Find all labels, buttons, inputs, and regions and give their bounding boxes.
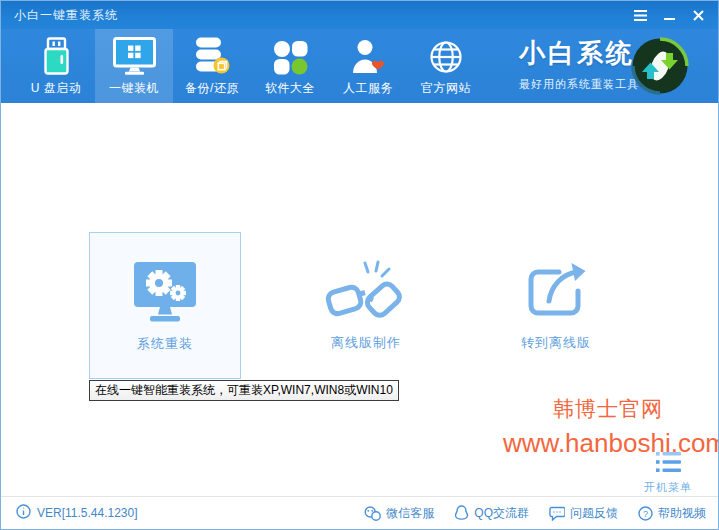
- feature-label: 系统重装: [137, 335, 193, 353]
- usb-drive-icon: [41, 35, 72, 75]
- svg-text:?: ?: [643, 508, 648, 518]
- titlebar: 小白一键重装系统: [1, 1, 718, 29]
- info-icon: [16, 504, 31, 522]
- goto-offline-icon: [523, 258, 589, 324]
- help-video-link[interactable]: ? 帮助视频: [638, 505, 706, 522]
- main-area: 系统重装 离线版制作: [1, 103, 718, 498]
- statusbar: VER[11.5.44.1230] 微信客服 QQ交流群: [1, 496, 718, 529]
- brand-logo-icon: [631, 37, 689, 95]
- qq-group-link[interactable]: QQ交流群: [454, 505, 529, 522]
- feature-label: 转到离线版: [521, 334, 591, 352]
- nav-label: 官方网站: [421, 80, 471, 97]
- nav-label: 备份/还原: [185, 80, 239, 97]
- status-link-label: QQ交流群: [474, 505, 529, 522]
- status-links: 微信客服 QQ交流群 问题反馈 ?: [364, 505, 718, 522]
- one-click-install-icon: [113, 35, 156, 75]
- status-link-label: 微信客服: [386, 505, 434, 522]
- boot-menu-list-icon: [656, 459, 681, 476]
- nav-item-official-website[interactable]: 官方网站: [407, 29, 485, 103]
- help-video-icon: ?: [638, 506, 653, 521]
- nav-item-software-collection[interactable]: 软件大全: [251, 29, 329, 103]
- system-reinstall-icon: [126, 259, 204, 325]
- close-icon: [693, 10, 704, 21]
- boot-menu-label: 开机菜单: [630, 480, 706, 495]
- window-title: 小白一键重装系统: [1, 7, 118, 24]
- tooltip: 在线一键智能重装系统，可重装XP,WIN7,WIN8或WIN10: [89, 380, 399, 401]
- window-controls: [630, 5, 718, 25]
- minimize-button[interactable]: [659, 5, 679, 25]
- feature-goto-offline[interactable]: 转到离线版: [480, 232, 632, 379]
- offline-maker-icon: [323, 258, 409, 324]
- status-link-label: 帮助视频: [658, 505, 706, 522]
- qq-icon: [454, 505, 469, 521]
- app-window: 小白一键重装系统: [0, 0, 719, 530]
- minimize-icon: [664, 10, 675, 21]
- official-website-icon: [428, 35, 464, 75]
- close-button[interactable]: [688, 5, 708, 25]
- watermark: 韩博士官网 www.hanboshi.com: [503, 395, 713, 459]
- feature-label: 离线版制作: [331, 334, 401, 352]
- version-text: VER[11.5.44.1230]: [37, 506, 138, 520]
- feature-system-reinstall[interactable]: 系统重装: [89, 232, 241, 379]
- feedback-icon: [549, 506, 565, 521]
- nav-label: 软件大全: [265, 80, 315, 97]
- customer-service-icon: [351, 35, 386, 75]
- wechat-icon: [364, 506, 381, 521]
- nav-item-one-click-install[interactable]: 一键装机: [95, 29, 173, 103]
- watermark-line1: 韩博士官网: [503, 395, 713, 423]
- wechat-support-link[interactable]: 微信客服: [364, 505, 434, 522]
- nav-item-customer-service[interactable]: 人工服务: [329, 29, 407, 103]
- nav-label: 一键装机: [109, 80, 159, 97]
- brand-name: 小白系统: [519, 36, 639, 71]
- software-collection-icon: [273, 35, 308, 75]
- feature-offline-maker[interactable]: 离线版制作: [290, 232, 442, 379]
- backup-restore-icon: [195, 35, 230, 75]
- brand-tagline: 最好用的系统重装工具: [519, 77, 639, 92]
- boot-menu-button[interactable]: 开机菜单: [630, 452, 706, 495]
- hamburger-menu-icon: [634, 10, 647, 21]
- status-link-label: 问题反馈: [570, 505, 618, 522]
- nav-label: 人工服务: [343, 80, 393, 97]
- menu-button[interactable]: [630, 5, 650, 25]
- nav-item-backup-restore[interactable]: 备份/还原: [173, 29, 251, 103]
- nav-label: U 盘启动: [31, 80, 82, 97]
- feedback-link[interactable]: 问题反馈: [549, 505, 618, 522]
- nav-items: U 盘启动 一键装机: [17, 29, 485, 103]
- version-info: VER[11.5.44.1230]: [1, 504, 138, 522]
- nav-item-usb-boot[interactable]: U 盘启动: [17, 29, 95, 103]
- brand: 小白系统 最好用的系统重装工具: [519, 36, 639, 92]
- navbar: U 盘启动 一键装机: [1, 29, 718, 103]
